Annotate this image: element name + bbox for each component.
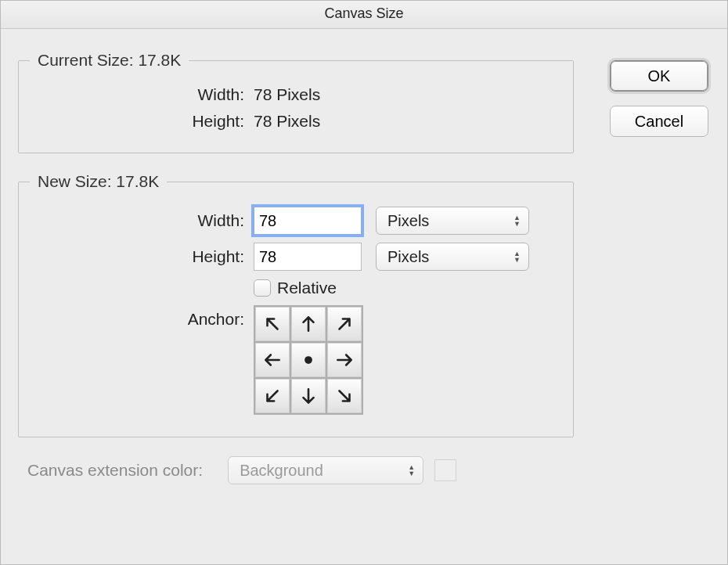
extension-color-swatch	[434, 459, 456, 481]
svg-point-0	[305, 356, 312, 364]
extension-color-select: Background ▲▼	[228, 456, 423, 484]
new-width-unit-select[interactable]: Pixels ▲▼	[376, 207, 529, 235]
select-arrows-icon: ▲▼	[514, 214, 521, 227]
extension-color-label: Canvas extension color:	[18, 461, 214, 480]
new-height-unit-value: Pixels	[387, 248, 429, 266]
anchor-e[interactable]	[327, 343, 362, 377]
current-size-legend: Current Size: 17.8K	[30, 51, 189, 70]
current-width-value: 78 Pixels	[254, 85, 320, 104]
select-arrows-icon: ▲▼	[408, 464, 415, 477]
anchor-s[interactable]	[291, 379, 326, 413]
dialog-title: Canvas Size	[1, 1, 727, 29]
new-width-label: Width:	[36, 211, 254, 230]
anchor-sw[interactable]	[255, 379, 290, 413]
current-width-label: Width:	[36, 85, 254, 104]
anchor-ne[interactable]	[327, 307, 362, 341]
relative-label: Relative	[277, 279, 337, 297]
dialog-buttons: OK Cancel	[610, 60, 708, 137]
anchor-center[interactable]	[291, 343, 326, 377]
anchor-n[interactable]	[291, 307, 326, 341]
new-width-input[interactable]	[254, 207, 362, 235]
new-width-unit-value: Pixels	[387, 212, 429, 230]
new-size-group: New Size: 17.8K Width: Pixels ▲▼ Height:	[18, 172, 574, 437]
select-arrows-icon: ▲▼	[514, 250, 521, 263]
canvas-size-dialog: Canvas Size OK Cancel Current Size: 17.8…	[0, 0, 728, 565]
relative-checkbox[interactable]	[254, 279, 271, 297]
ok-button[interactable]: OK	[610, 60, 708, 92]
anchor-se[interactable]	[327, 379, 362, 413]
new-size-legend: New Size: 17.8K	[30, 172, 167, 191]
current-height-label: Height:	[36, 112, 254, 131]
new-height-input[interactable]	[254, 243, 362, 271]
current-size-group: Current Size: 17.8K Width: 78 Pixels Hei…	[18, 51, 574, 153]
new-height-unit-select[interactable]: Pixels ▲▼	[376, 243, 529, 271]
cancel-button[interactable]: Cancel	[610, 106, 708, 137]
current-height-value: 78 Pixels	[254, 112, 320, 131]
anchor-nw[interactable]	[255, 307, 290, 341]
anchor-w[interactable]	[255, 343, 290, 377]
new-height-label: Height:	[36, 247, 254, 266]
anchor-grid	[254, 305, 363, 415]
extension-color-value: Background	[240, 462, 323, 480]
extension-color-row: Canvas extension color: Background ▲▼	[18, 456, 712, 484]
anchor-label: Anchor:	[36, 305, 254, 329]
dialog-content: OK Cancel Current Size: 17.8K Width: 78 …	[1, 29, 727, 497]
